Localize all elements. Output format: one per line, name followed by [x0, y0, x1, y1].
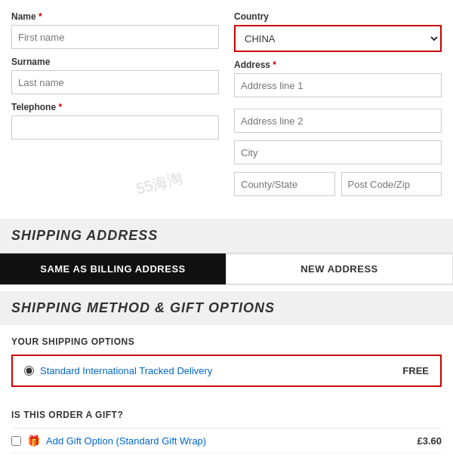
left-col: Name * Surname Telephone * [11, 11, 219, 204]
shipping-method-title: SHIPPING METHOD & GIFT OPTIONS [11, 300, 442, 316]
postcode-input[interactable] [341, 172, 442, 196]
address-field-group: Address * [234, 60, 442, 101]
gift-option-checkbox[interactable] [11, 436, 21, 446]
gift-option-left: 🎁 Add Gift Option (Standard Gift Wrap) [11, 435, 206, 447]
county-postcode-group [234, 172, 442, 196]
country-field-group: Country CHINA United Kingdom United Stat… [234, 11, 442, 52]
country-select[interactable]: CHINA United Kingdom United States Franc… [236, 26, 440, 51]
first-name-input[interactable] [11, 25, 219, 49]
country-field-wrapper: CHINA United Kingdom United States Franc… [234, 25, 442, 52]
right-col: Country CHINA United Kingdom United Stat… [234, 11, 442, 204]
address-label: Address * [234, 60, 442, 70]
shipping-address-title: SHIPPING ADDRESS [11, 228, 442, 244]
telephone-field-group: Telephone * [11, 102, 219, 140]
address-line2-field-group [234, 109, 442, 133]
same-as-billing-tab[interactable]: SAME AS BILLING ADDRESS [0, 253, 226, 284]
surname-input[interactable] [11, 70, 219, 94]
shipping-address-header: SHIPPING ADDRESS [0, 219, 453, 253]
shipping-method-header: SHIPPING METHOD & GIFT OPTIONS [0, 291, 453, 325]
gift-section-title: IS THIS ORDER A GIFT? [11, 410, 442, 420]
surname-field-group: Surname [11, 57, 219, 94]
address-line1-input[interactable] [234, 73, 442, 97]
gift-option-label: Add Gift Option (Standard Gift Wrap) [46, 435, 206, 447]
shipping-method-content: YOUR SHIPPING OPTIONS Standard Internati… [0, 325, 453, 410]
county-state-input[interactable] [234, 172, 335, 196]
shipping-option-price: FREE [402, 365, 429, 376]
gift-section: IS THIS ORDER A GIFT? 🎁 Add Gift Option … [0, 410, 453, 465]
city-field-group [234, 140, 442, 164]
telephone-label: Telephone * [11, 102, 219, 112]
new-address-tab[interactable]: NEW ADDRESS [226, 253, 453, 284]
gift-option-row: 🎁 Add Gift Option (Standard Gift Wrap) £… [11, 428, 442, 453]
gift-icon: 🎁 [27, 435, 40, 447]
name-label: Name * [11, 11, 219, 22]
billing-form: Name * Surname Telephone * Country [0, 0, 453, 219]
city-input[interactable] [234, 140, 442, 164]
surname-label: Surname [11, 57, 219, 67]
address-line2-input[interactable] [234, 109, 442, 133]
name-field-group: Name * [11, 11, 219, 49]
shipping-option-left: Standard International Tracked Delivery [24, 365, 212, 376]
shipping-option-radio[interactable] [24, 366, 34, 376]
country-label: Country [234, 11, 442, 22]
shipping-tab-bar: SAME AS BILLING ADDRESS NEW ADDRESS [0, 253, 453, 285]
shipping-option-label: Standard International Tracked Delivery [40, 365, 212, 376]
gift-option-price: £3.60 [417, 435, 442, 447]
telephone-input[interactable] [11, 115, 219, 140]
shipping-option-row: Standard International Tracked Delivery … [11, 355, 442, 387]
your-shipping-options-label: YOUR SHIPPING OPTIONS [11, 336, 442, 347]
